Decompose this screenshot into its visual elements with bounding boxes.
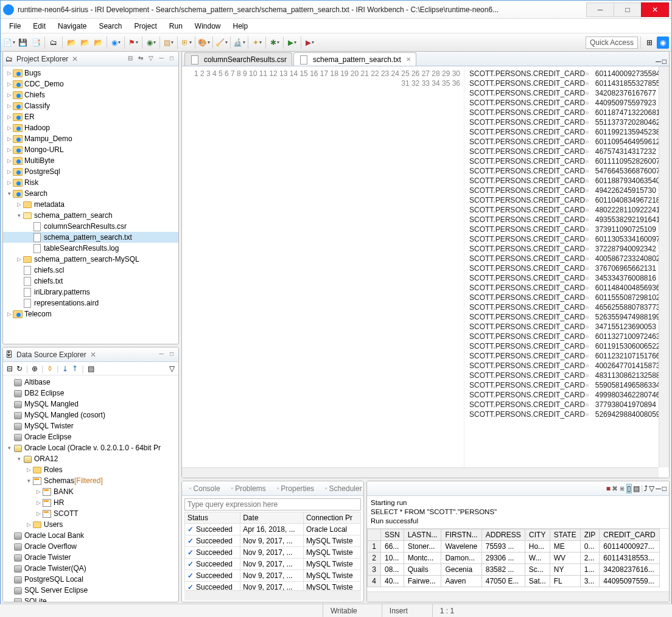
tree-item[interactable]: MySQL Twister (3, 420, 178, 431)
tree-item[interactable]: Oracle Overflow (3, 541, 178, 552)
globe-icon[interactable]: ◉ (145, 37, 157, 49)
table-row[interactable]: ✓SucceededNov 9, 2017, ...MySQL Twiste (185, 570, 361, 582)
column-header[interactable]: CREDIT_CARD (600, 529, 659, 541)
tree-item[interactable]: ▷PostgreSql (3, 166, 178, 177)
table-row[interactable]: ✓SucceededNov 9, 2017, ...MySQL Twiste (185, 582, 361, 591)
maximize-view-icon[interactable]: □ (662, 484, 667, 493)
folder-icon[interactable]: 📂 (92, 37, 104, 49)
export-icon[interactable]: ⤴ (644, 484, 648, 493)
menu-search[interactable]: Search (94, 21, 127, 32)
horizontal-scrollbar[interactable] (367, 591, 669, 602)
menu-help[interactable]: Help (228, 21, 253, 32)
new-button[interactable]: 📄 (3, 37, 15, 49)
column-header[interactable]: STATE (550, 529, 580, 541)
menu-file[interactable]: File (4, 21, 26, 32)
sql-results-table[interactable]: SSNLASTN...FIRSTN...ADDRESSCITYSTATEZIPC… (367, 529, 660, 587)
stack-icon[interactable]: ▤ (163, 37, 175, 49)
project-tree[interactable]: ▷Bugs▷CDC_Demo▷Chiefs▷Classify▷ER▷Hadoop… (3, 66, 178, 344)
close-tab-icon[interactable]: ✕ (406, 56, 411, 63)
flag-icon[interactable]: ⚑ (127, 37, 139, 49)
column-header[interactable]: FIRSTN... (441, 529, 481, 541)
table-row[interactable]: ✓SucceededApr 16, 2018, ...Oracle Local (185, 524, 361, 535)
table-row[interactable]: ✓SucceededNov 9, 2017, ...MySQL Twiste (185, 559, 361, 570)
tool-icon[interactable]: 🗂 (47, 37, 60, 49)
tree-item[interactable]: ▾Search (3, 188, 178, 199)
perspective-icon[interactable]: ⊞ (643, 37, 656, 49)
menu-run[interactable]: Run (164, 21, 187, 32)
tree-item[interactable]: MySQL Mangled (cosort) (3, 410, 178, 420)
view-tab-scheduler[interactable]: ▫Scheduler (320, 483, 364, 494)
minimize-editor-icon[interactable]: ─ (656, 57, 661, 66)
mode-icon[interactable]: ▤ (633, 484, 640, 493)
horizontal-scrollbar[interactable] (184, 590, 361, 601)
tree-item[interactable]: Oracle Local Bank (3, 530, 178, 541)
collapse-all-icon[interactable]: ⊟ (7, 364, 13, 373)
view-menu-icon[interactable]: ▽ (147, 55, 155, 63)
view-tab-console[interactable]: ▫Console (184, 483, 225, 494)
remove-icon[interactable]: ✖ (612, 484, 618, 493)
menu-edit[interactable]: Edit (28, 21, 51, 32)
tree-item[interactable]: ▷Risk (3, 177, 178, 188)
data-source-tree[interactable]: AltibaseDB2 EclipseMySQL MangledMySQL Ma… (3, 375, 178, 602)
table-row[interactable]: 308...QuailsGecenia83582 ...Sc...NY1...3… (368, 564, 660, 576)
tree-item[interactable]: ▷Bugs (3, 68, 178, 78)
run-button[interactable]: ▶ (286, 37, 298, 49)
column-header[interactable]: Status (185, 512, 240, 524)
table-row[interactable]: 166...Stoner...Wavelene75593 ...Ho...ME0… (368, 541, 660, 553)
tree-item[interactable]: ▷metadata (3, 199, 178, 210)
view-tab-problems[interactable]: ▫Problems (226, 483, 271, 494)
collapse-all-icon[interactable]: ⊟ (126, 55, 135, 63)
tree-item[interactable]: representations.aird (3, 298, 178, 308)
tree-item[interactable]: PostgreSQL Local (3, 574, 178, 585)
column-header[interactable]: CITY (525, 529, 550, 541)
mode-icon[interactable]: ▯ (626, 484, 632, 493)
view-menu-icon[interactable]: ▽ (649, 484, 654, 493)
tree-item[interactable]: iriLibrary.patterns (3, 287, 178, 298)
tree-item[interactable]: ▾Oracle Local (Oracle v. 0.2.0.1.0 - 64b… (3, 442, 178, 453)
new-connection-icon[interactable]: ⊕ (32, 364, 38, 373)
view-tab-properties[interactable]: ▫Properties (272, 483, 319, 494)
query-filter-input[interactable] (184, 498, 361, 511)
save-button[interactable]: 💾 (16, 37, 29, 49)
tree-item[interactable]: ▷Classify (3, 100, 178, 111)
shield-icon[interactable]: ⛨ (180, 37, 192, 49)
menu-navigate[interactable]: Navigate (53, 21, 91, 32)
tree-item[interactable]: SQL Server Eclipse (3, 585, 178, 596)
save-all-button[interactable]: 📑 (30, 37, 42, 49)
iri-perspective-icon[interactable]: ◉ (657, 37, 669, 49)
folder-icon[interactable]: 📂 (65, 37, 77, 49)
tree-item[interactable]: ▷HR (3, 497, 178, 508)
tree-item[interactable]: Oracle Twister(QA) (3, 563, 178, 574)
tree-item[interactable]: ▷CDC_Demo (3, 78, 178, 89)
tree-item[interactable]: tableSearchResults.log (3, 243, 178, 254)
table-row[interactable]: ✓SucceededNov 9, 2017, ...MySQL Twiste (185, 535, 361, 547)
stop-icon[interactable]: ■ (606, 484, 611, 493)
minimize-view-icon[interactable]: ─ (656, 484, 661, 493)
horizontal-scrollbar[interactable] (182, 467, 659, 478)
tree-item[interactable]: ▷Mampu_Demo (3, 133, 178, 144)
tree-item[interactable]: ▷Hadoop (3, 122, 178, 133)
sparkle-icon[interactable]: ✦ (251, 37, 263, 49)
tree-item[interactable]: schema_pattern_search.txt (3, 232, 178, 243)
tree-item[interactable]: ▷BANK (3, 486, 178, 497)
close-view-icon[interactable]: ✕ (90, 350, 96, 359)
tree-item[interactable]: ▷Telecom (3, 308, 178, 319)
maximize-view-icon[interactable]: □ (167, 55, 176, 63)
tree-item[interactable]: ▷schema_pattern_search-MySQL (3, 254, 178, 265)
view-menu-icon[interactable]: ▽ (169, 364, 175, 373)
tree-item[interactable]: chiefs.txt (3, 276, 178, 287)
tree-item[interactable]: ▾ORA12 (3, 453, 178, 464)
column-header[interactable]: LASTN... (404, 529, 441, 541)
column-header[interactable]: Connection Pr (303, 512, 360, 524)
table-row[interactable]: 440...Fairwe...Aaven47050 E...Sat...FL3.… (368, 576, 660, 587)
tree-item[interactable]: columnSearchResults.csr (3, 221, 178, 232)
remove-all-icon[interactable]: ⋇ (619, 484, 625, 493)
editor-tab[interactable]: schema_pattern_search.txt✕ (293, 52, 416, 66)
tree-item[interactable]: Altibase (3, 377, 178, 388)
tree-item[interactable]: ▷MultiByte (3, 155, 178, 166)
swirl-icon[interactable]: ◉ (110, 37, 122, 49)
column-header[interactable]: ZIP (580, 529, 600, 541)
external-tools-button[interactable]: ▶ (304, 37, 316, 49)
maximize-view-icon[interactable]: □ (167, 350, 176, 359)
tree-item[interactable]: Oracle Eclipse (3, 431, 178, 442)
